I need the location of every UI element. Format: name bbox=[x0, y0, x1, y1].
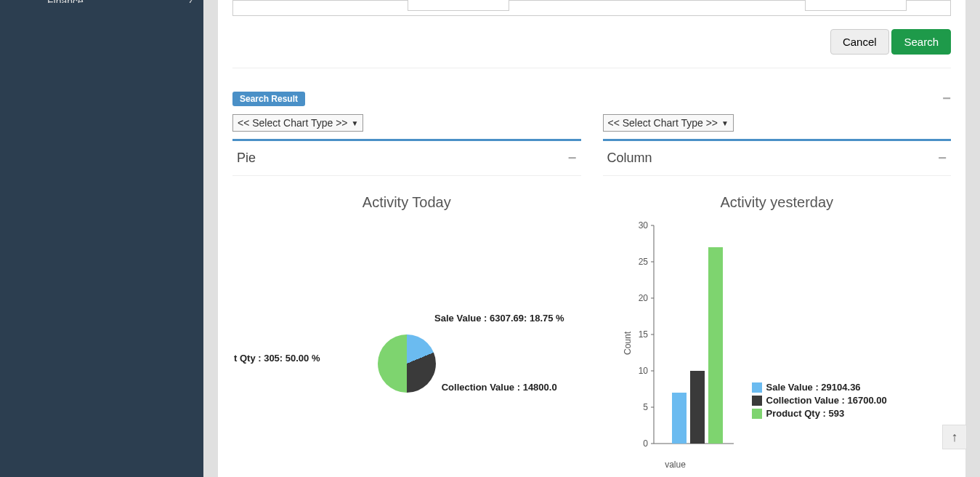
scroll-to-top-button[interactable]: ↑ bbox=[942, 425, 967, 449]
y-axis-label: Count bbox=[623, 332, 633, 355]
collapse-pie-icon[interactable]: − bbox=[568, 150, 577, 167]
legend-label-qty: Product Qty : 593 bbox=[766, 408, 845, 419]
bar-sale bbox=[672, 393, 687, 444]
legend-row-qty: Product Qty : 593 bbox=[752, 408, 887, 419]
filter-input-1[interactable] bbox=[408, 0, 509, 11]
search-button[interactable]: Search bbox=[891, 29, 951, 55]
svg-text:5: 5 bbox=[643, 402, 648, 412]
chevron-left-icon: ‹ bbox=[189, 0, 193, 3]
legend-swatch-collection bbox=[752, 396, 762, 406]
bar-chart: Count 0 5 10 15 bbox=[603, 218, 952, 477]
sidebar-item-label: Finance bbox=[47, 0, 84, 3]
pie-graphic bbox=[378, 334, 436, 393]
sidebar: Finance ‹ bbox=[0, 0, 203, 477]
bar-qty bbox=[708, 247, 723, 444]
filter-box bbox=[232, 0, 951, 16]
legend-swatch-sale bbox=[752, 382, 762, 393]
column-chart-title: Activity yesterday bbox=[603, 194, 952, 211]
collapse-result-icon[interactable]: − bbox=[942, 90, 951, 107]
chevron-down-icon: ▼ bbox=[352, 119, 359, 127]
filter-input-2[interactable] bbox=[805, 0, 907, 11]
svg-text:30: 30 bbox=[638, 220, 648, 231]
select-value: << Select Chart Type >> bbox=[238, 117, 348, 129]
cancel-button[interactable]: Cancel bbox=[830, 29, 889, 55]
legend-row-sale: Sale Value : 29104.36 bbox=[752, 382, 887, 393]
legend-row-collection: Collection Value : 16700.00 bbox=[752, 395, 887, 406]
svg-text:25: 25 bbox=[638, 257, 648, 267]
pie-chart: Sale Value : 6307.69: 18.75 % Collection… bbox=[232, 218, 581, 451]
pie-card: Pie − Activity Today Sale Value : 6307.6… bbox=[232, 139, 581, 451]
main-panel: Cancel Search Search Result − << Select … bbox=[218, 0, 965, 477]
bar-collection bbox=[690, 371, 705, 444]
legend-label-sale: Sale Value : 29104.36 bbox=[766, 382, 861, 393]
bar-legend: Sale Value : 29104.36 Collection Value :… bbox=[752, 382, 887, 421]
pie-label-sale: Sale Value : 6307.69: 18.75 % bbox=[434, 313, 564, 324]
svg-text:15: 15 bbox=[638, 329, 648, 340]
x-axis-label: value bbox=[603, 460, 748, 470]
legend-swatch-qty bbox=[752, 409, 762, 419]
pie-chart-title: Activity Today bbox=[232, 194, 581, 211]
svg-text:0: 0 bbox=[643, 438, 648, 449]
pie-label-collection: Collection Value : 14800.0 bbox=[442, 382, 557, 393]
result-header: Search Result − bbox=[232, 90, 951, 107]
chevron-down-icon: ▼ bbox=[721, 119, 729, 127]
column-card-title: Column bbox=[607, 151, 652, 166]
search-result-tag: Search Result bbox=[232, 92, 305, 106]
column-card: Column − Activity yesterday Count bbox=[603, 139, 952, 477]
select-value: << Select Chart Type >> bbox=[608, 117, 718, 129]
legend-label-collection: Collection Value : 16700.00 bbox=[766, 395, 887, 406]
pie-card-title: Pie bbox=[237, 151, 256, 166]
chart-type-select-left[interactable]: << Select Chart Type >> ▼ bbox=[232, 114, 363, 132]
svg-text:20: 20 bbox=[638, 293, 648, 303]
pie-pane: << Select Chart Type >> ▼ Pie − Activity… bbox=[232, 114, 581, 477]
chart-type-select-right[interactable]: << Select Chart Type >> ▼ bbox=[603, 114, 734, 132]
pie-label-qty: t Qty : 305: 50.00 % bbox=[234, 353, 320, 364]
collapse-column-icon[interactable]: − bbox=[938, 150, 947, 167]
arrow-up-icon: ↑ bbox=[952, 430, 958, 445]
button-row: Cancel Search bbox=[232, 23, 951, 68]
svg-text:10: 10 bbox=[638, 366, 648, 376]
sidebar-item-finance[interactable]: Finance ‹ bbox=[36, 0, 203, 3]
column-pane: << Select Chart Type >> ▼ Column − Activ… bbox=[603, 114, 952, 477]
